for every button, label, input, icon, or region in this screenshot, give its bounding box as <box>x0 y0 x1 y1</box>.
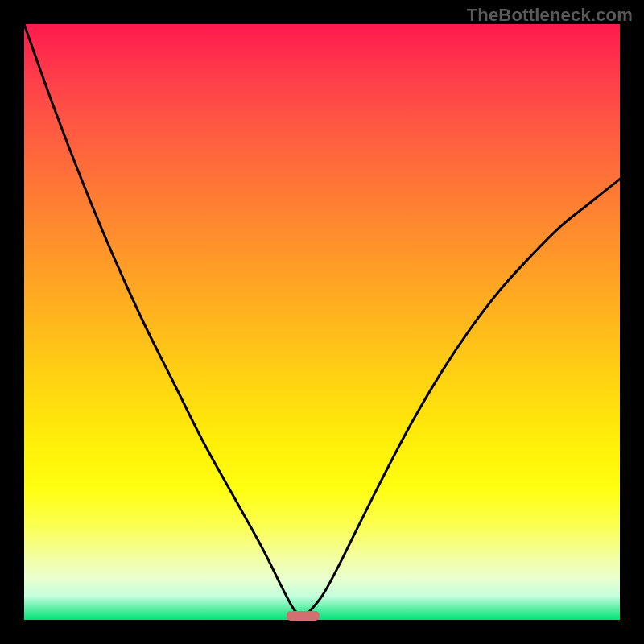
plot-area <box>24 24 620 620</box>
curve-svg <box>24 24 620 620</box>
chart-frame: TheBottleneck.com <box>0 0 644 644</box>
bottleneck-curve <box>24 24 620 617</box>
optimal-marker <box>287 611 320 621</box>
watermark-text: TheBottleneck.com <box>467 5 633 26</box>
